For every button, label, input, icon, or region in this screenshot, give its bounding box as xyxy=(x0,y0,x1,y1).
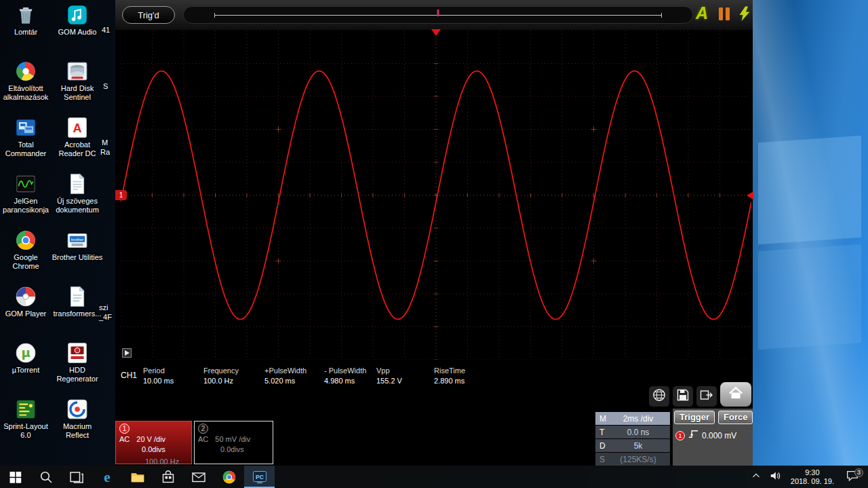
tray-show-hidden-button[interactable] xyxy=(747,470,765,485)
taskbar-store[interactable] xyxy=(153,466,183,488)
desktop-icon-transformers[interactable]: transformers... xyxy=(52,284,103,341)
home-button[interactable] xyxy=(720,382,751,407)
partial-icon-label: _4F xyxy=(99,313,112,321)
desktop-icon-google-chrome[interactable]: Google Chrome xyxy=(0,228,52,284)
web-capture-button[interactable] xyxy=(649,386,669,407)
taskbar-search[interactable] xyxy=(31,466,61,488)
text-doc-icon xyxy=(65,172,90,196)
desktop-icon-sprint-layout[interactable]: Sprint-Layout 6.0 xyxy=(0,397,52,453)
partial-icon-label: Ra xyxy=(100,148,110,156)
trigger-menu-button[interactable]: Trigger xyxy=(674,411,715,424)
export-button[interactable] xyxy=(696,386,717,407)
trigger-level-marker[interactable] xyxy=(747,191,753,200)
macrium-icon xyxy=(65,397,90,421)
taskbar-scope-app[interactable]: PC xyxy=(244,466,275,488)
start-icon xyxy=(7,469,24,485)
home-icon xyxy=(727,384,745,405)
desktop-icon-hdd-regenerator[interactable]: HDD Regenerator xyxy=(52,341,103,397)
timebase-row-m[interactable]: M2ms /div xyxy=(595,412,670,425)
ch2-coupling: AC xyxy=(198,435,208,443)
channel1-badge: 1 xyxy=(119,424,130,434)
desktop-icon-uj-szoveges-dokumentum[interactable]: Új szöveges dokumentum xyxy=(52,172,103,228)
timebase-row-t[interactable]: T0.0 ns xyxy=(595,426,670,438)
globe-icon xyxy=(651,387,667,406)
pause-button[interactable] xyxy=(719,7,730,20)
notification-badge: 3 xyxy=(854,468,863,477)
taskbar-chrome[interactable] xyxy=(214,466,244,488)
force-trigger-button[interactable]: Force xyxy=(718,411,753,424)
recycle-bin-icon xyxy=(14,3,38,27)
desktop-icon-hard-disk-sentinel[interactable]: Hard Disk Sentinel xyxy=(52,59,103,115)
desktop-icon-utorrent[interactable]: µµTorrent xyxy=(0,341,52,397)
tray-volume-button[interactable] xyxy=(766,469,784,485)
ch2-offset: 0.0divs xyxy=(220,445,273,453)
desktop-icon-total-commander[interactable]: Total Commander xyxy=(0,115,52,172)
desktop-icon-label: Új szöveges dokumentum xyxy=(52,197,103,214)
timebase-key: M xyxy=(599,414,610,424)
measurement-period: Period10.00 ms xyxy=(143,367,203,385)
desktop-icon-lomtar[interactable]: Lomtár xyxy=(0,3,52,59)
file-explorer-icon xyxy=(130,469,146,485)
measurement-value: 2.890 ms xyxy=(434,377,509,385)
desktop-icon-label: Macrium Reflect xyxy=(52,422,103,440)
desktop-icon-acrobat-reader-dc[interactable]: AAcrobat Reader DC xyxy=(52,115,103,172)
taskbar-edge[interactable]: e xyxy=(92,466,122,488)
apps-circle-icon xyxy=(14,59,38,83)
trigger-status-badge: Trig'd xyxy=(122,6,175,24)
edge-icon: e xyxy=(99,469,115,485)
desktop-icon-brother-utilities[interactable]: brotherBrother Utilities xyxy=(52,228,103,284)
chrome-icon xyxy=(14,228,38,252)
desktop-icon-macrium-reflect[interactable]: Macrium Reflect xyxy=(52,397,103,453)
timebase-row-s[interactable]: S(125KS/s) xyxy=(595,453,670,466)
desktop-column-2: GOM AudioHard Disk SentinelAAcrobat Read… xyxy=(52,3,103,453)
svg-text:A: A xyxy=(73,121,82,135)
partial-icon-label: szi xyxy=(99,303,108,312)
search-icon xyxy=(38,469,54,485)
taskbar-task-view[interactable] xyxy=(61,466,92,488)
measure-channel-label: CH1 xyxy=(121,371,143,380)
wallpaper-light-beam xyxy=(746,0,868,488)
desktop-icon-label: Total Commander xyxy=(0,140,52,158)
channel2-panel[interactable]: 2 AC 50 mV /div 0.0divs xyxy=(194,421,273,464)
measurement-frequency: Frequency100.0 Hz xyxy=(203,367,264,385)
trigger-position-tick[interactable] xyxy=(437,10,439,16)
measurement-items: Period10.00 msFrequency100.0 Hz+PulseWid… xyxy=(143,367,509,385)
chrome-icon xyxy=(221,469,237,485)
desktop-icon-gom-player[interactable]: GOM Player xyxy=(0,284,52,341)
save-button[interactable] xyxy=(673,386,693,407)
desktop-icon-label: µTorrent xyxy=(12,366,40,375)
jelgen-icon xyxy=(14,172,38,196)
desktop-icon-gom-audio[interactable]: GOM Audio xyxy=(52,3,103,59)
timebase-key: D xyxy=(599,441,610,451)
acrobat-icon: A xyxy=(65,115,90,140)
horizontal-position-slider[interactable] xyxy=(183,6,693,24)
measurement-value: 5.020 ms xyxy=(264,377,324,385)
run-play-button[interactable] xyxy=(122,348,132,358)
channel1-marker[interactable]: 1 xyxy=(115,190,127,200)
desktop-icon-label: Lomtár xyxy=(14,28,37,37)
autoset-lightning-button[interactable] xyxy=(736,5,753,24)
desktop-icon-jelgen-parancsikonja[interactable]: JelGen parancsikonja xyxy=(0,172,52,228)
taskbar-mail[interactable] xyxy=(183,466,214,488)
auto-scale-button[interactable]: A xyxy=(696,3,708,23)
svg-text:brother: brother xyxy=(71,238,83,242)
gom-player-icon xyxy=(14,284,38,309)
store-icon xyxy=(160,469,176,485)
timebase-row-d[interactable]: D5k xyxy=(595,439,670,452)
taskbar-clock[interactable]: 9:30 2018. 09. 19. xyxy=(785,468,840,486)
trigger-position-indicator[interactable] xyxy=(431,29,441,36)
wallpaper-glass-pane xyxy=(758,244,861,350)
timebase-panel: M2ms /divT0.0 nsD5kS(125KS/s) xyxy=(595,412,670,466)
measurement-value: 10.00 ms xyxy=(143,377,203,385)
desktop-icon-label: Brother Utilities xyxy=(52,253,103,262)
svg-text:µ: µ xyxy=(21,345,30,360)
action-center-button[interactable]: 3 xyxy=(841,468,864,486)
measurement-label: +PulseWidth xyxy=(264,367,324,375)
taskbar-start[interactable] xyxy=(0,466,31,488)
measurement-value: 155.2 V xyxy=(376,377,434,385)
measurement-label: Period xyxy=(143,367,203,375)
taskbar-file-explorer[interactable] xyxy=(122,466,153,488)
desktop-icon-eltavolitott-alkalmazasok[interactable]: Eltávolított alkalmazások xyxy=(0,59,52,115)
trigger-source-badge: 1 xyxy=(675,431,685,440)
ch2-scale: 50 mV /div xyxy=(215,435,250,443)
